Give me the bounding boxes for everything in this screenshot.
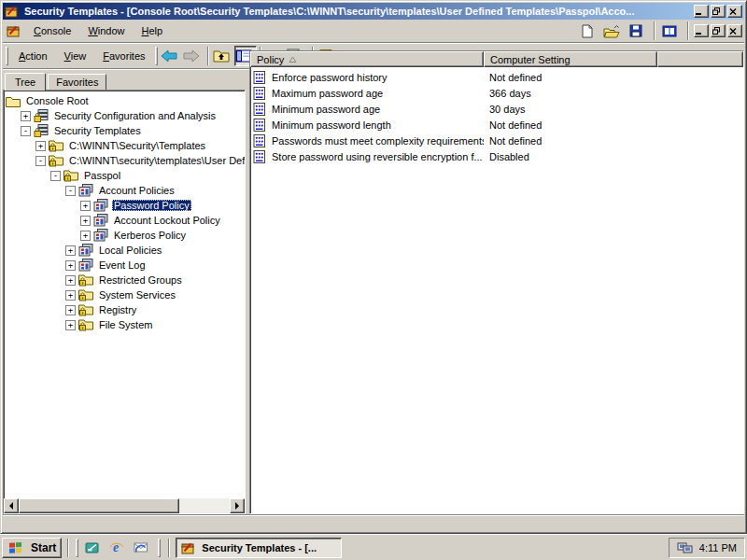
- expand-icon[interactable]: +: [80, 216, 91, 226]
- policy-row-store-password-using-reversible-encrypti[interactable]: Store password using reversible encrypti…: [250, 148, 743, 164]
- expand-icon[interactable]: +: [65, 320, 76, 330]
- menu-window[interactable]: Window: [79, 22, 133, 39]
- child-close-button[interactable]: [727, 24, 742, 37]
- child-minimize-button[interactable]: [694, 24, 709, 37]
- tree-item-label[interactable]: Registry: [97, 304, 138, 315]
- collapse-icon[interactable]: -: [65, 186, 76, 196]
- policy-row-enforce-password-history[interactable]: Enforce password historyNot defined: [250, 69, 743, 85]
- column-header-computer-setting-label: Computer Setting: [490, 54, 571, 65]
- tree-item-system-services[interactable]: +System Services: [6, 287, 245, 302]
- tree-item-passpol[interactable]: -Passpol: [6, 168, 245, 183]
- tree-item-label[interactable]: Event Log: [97, 259, 148, 271]
- tree-item-label[interactable]: Local Policies: [97, 245, 163, 256]
- tree-item-label[interactable]: Password Policy: [112, 200, 191, 211]
- toolbar-grip[interactable]: [155, 47, 158, 65]
- expand-icon[interactable]: +: [65, 290, 76, 301]
- collapse-icon[interactable]: -: [21, 126, 31, 136]
- tree-item-label[interactable]: Account Policies: [97, 185, 176, 196]
- tree-item-c-winnt-security-templates-user-defin[interactable]: -C:\WINNT\security\templates\User Defin: [6, 153, 245, 168]
- minimize-button[interactable]: [694, 5, 709, 18]
- internet-explorer-button[interactable]: e: [107, 538, 130, 558]
- new-console-button[interactable]: [578, 21, 600, 41]
- forward-button[interactable]: [182, 46, 204, 66]
- expand-icon[interactable]: +: [65, 305, 76, 315]
- tree-item-security-configuration-and-analysis[interactable]: +Security Configuration and Analysis: [6, 108, 245, 123]
- collapse-icon[interactable]: -: [35, 156, 46, 166]
- tree-item-account-lockout-policy[interactable]: +Account Lockout Policy: [6, 213, 245, 228]
- scroll-right-button[interactable]: [230, 498, 245, 513]
- toolbar-menu-view[interactable]: View: [56, 48, 95, 64]
- tree-item-restricted-groups[interactable]: +Restricted Groups: [6, 273, 245, 287]
- new-window-button[interactable]: [660, 21, 683, 41]
- column-header-computer-setting[interactable]: Computer Setting: [484, 51, 657, 67]
- tree-item-label[interactable]: Console Root: [24, 95, 91, 106]
- policy-row-minimum-password-age[interactable]: Minimum password age30 days: [250, 101, 743, 117]
- toolbar-grip[interactable]: [6, 47, 8, 65]
- tree-item-label[interactable]: C:\WINNT\security\templates\User Defin: [67, 155, 245, 166]
- save-console-button[interactable]: [627, 21, 649, 41]
- tree-item-local-policies[interactable]: +Local Policies: [6, 243, 245, 258]
- menu-help[interactable]: Help: [134, 22, 172, 39]
- window-controls: [694, 5, 742, 18]
- collapse-icon[interactable]: -: [50, 171, 61, 181]
- tree-item-label[interactable]: File System: [97, 319, 154, 330]
- computer-setting-cell: 30 days: [484, 104, 526, 115]
- open-console-button[interactable]: [602, 21, 625, 41]
- tree-item-password-policy[interactable]: +Password Policy: [6, 198, 245, 213]
- books-icon: [93, 214, 108, 227]
- expand-icon[interactable]: +: [35, 141, 46, 151]
- tree-item-label[interactable]: System Services: [97, 289, 177, 301]
- expand-icon[interactable]: +: [65, 275, 76, 286]
- tree-item-label[interactable]: Security Configuration and Analysis: [52, 110, 218, 121]
- policy-cell: Minimum password age: [250, 103, 484, 116]
- expand-icon[interactable]: +: [65, 260, 76, 271]
- toolbar-menu-action[interactable]: Action: [10, 48, 56, 64]
- column-header-policy[interactable]: Policy: [250, 51, 484, 67]
- taskbar-window-button[interactable]: Security Templates - [...: [176, 538, 342, 558]
- tree-item-c-winnt-security-templates[interactable]: +C:\WINNT\Security\Templates: [6, 138, 245, 153]
- folder-lock-icon: [78, 273, 93, 287]
- expand-icon[interactable]: +: [65, 245, 76, 256]
- tree-item-label[interactable]: Kerberos Policy: [112, 230, 188, 241]
- save-icon: [629, 24, 642, 37]
- back-button[interactable]: [160, 46, 182, 66]
- menu-console[interactable]: Console: [25, 22, 79, 39]
- tree-item-event-log[interactable]: +Event Log: [6, 258, 245, 273]
- tree-item-registry[interactable]: +Registry: [6, 302, 245, 317]
- tab-favorites[interactable]: Favorites: [48, 74, 106, 90]
- start-button[interactable]: Start: [2, 538, 62, 558]
- tree-item-file-system[interactable]: +File System: [6, 317, 245, 332]
- tree-item-security-templates[interactable]: -Security Templates: [6, 123, 245, 138]
- close-button[interactable]: [727, 5, 742, 18]
- tab-tree[interactable]: Tree: [5, 73, 46, 91]
- network-tray-icon[interactable]: [677, 541, 694, 554]
- tree-pane: Tree Favorites Console Root+Security Con…: [3, 70, 246, 514]
- new-document-icon: [581, 24, 594, 38]
- tree-item-account-policies[interactable]: -Account Policies: [6, 183, 245, 198]
- quick-launch-grip[interactable]: [76, 539, 78, 557]
- tree-item-label[interactable]: Restricted Groups: [97, 274, 184, 286]
- child-restore-button[interactable]: [711, 24, 726, 37]
- policy-row-minimum-password-length[interactable]: Minimum password lengthNot defined: [250, 117, 743, 133]
- expand-icon[interactable]: +: [21, 111, 31, 121]
- tab-tree-label: Tree: [15, 77, 35, 88]
- toolbar-menu-favorites[interactable]: Favorites: [94, 48, 153, 64]
- show-desktop-button[interactable]: [83, 538, 106, 558]
- scrollbar-track[interactable]: [19, 498, 230, 513]
- tree-item-console-root[interactable]: Console Root: [6, 93, 245, 108]
- tree-item-label[interactable]: Passpol: [82, 170, 122, 181]
- tree-item-kerberos-policy[interactable]: +Kerberos Policy: [6, 228, 245, 243]
- tree-item-label[interactable]: Security Templates: [52, 125, 143, 136]
- expand-icon[interactable]: +: [80, 231, 91, 241]
- restore-button[interactable]: [711, 5, 726, 18]
- tree-item-label[interactable]: Account Lockout Policy: [112, 215, 222, 226]
- policy-row-maximum-password-age[interactable]: Maximum password age366 days: [250, 85, 743, 101]
- up-one-level-button[interactable]: [212, 46, 234, 66]
- outlook-express-button[interactable]: [132, 538, 154, 558]
- scrollbar-thumb[interactable]: [19, 498, 179, 513]
- policy-row-passwords-must-meet-complexity-requireme[interactable]: Passwords must meet complexity requireme…: [250, 133, 743, 148]
- taskbar-grip[interactable]: [158, 539, 161, 557]
- scroll-left-button[interactable]: [4, 498, 19, 513]
- expand-icon[interactable]: +: [80, 201, 91, 211]
- tree-item-label[interactable]: C:\WINNT\Security\Templates: [67, 140, 207, 151]
